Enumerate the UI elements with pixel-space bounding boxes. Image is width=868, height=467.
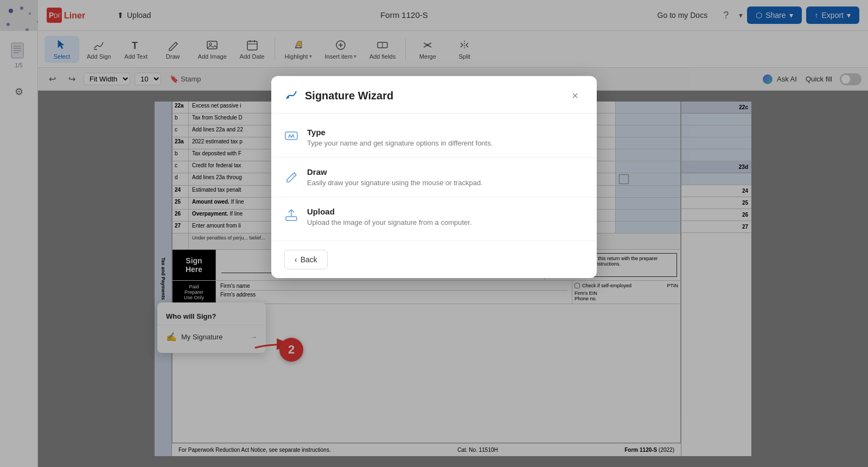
- dialog-wizard-icon: [284, 87, 298, 104]
- dialog-footer: ‹ Back: [271, 241, 597, 278]
- close-icon: ×: [572, 90, 578, 102]
- draw-option-desc: Easily draw your signature using the mou…: [307, 179, 483, 187]
- dialog-close-button[interactable]: ×: [566, 87, 584, 104]
- type-option-desc: Type your name and get signature options…: [307, 139, 493, 147]
- signature-wizard-dialog: Signature Wizard × Type Type your name a…: [271, 76, 597, 278]
- dialog-overlay: Signature Wizard × Type Type your name a…: [0, 0, 868, 467]
- upload-option-title: Upload: [307, 207, 472, 216]
- upload-option-content: Upload Upload the image of your signatur…: [307, 207, 472, 226]
- dialog-body: Type Type your name and get signature op…: [271, 113, 597, 241]
- svg-rect-40: [285, 132, 297, 140]
- upload-sig-icon: [284, 208, 298, 225]
- draw-option-title: Draw: [307, 167, 483, 176]
- upload-signature-option[interactable]: Upload Upload the image of your signatur…: [271, 197, 597, 236]
- dialog-title: Signature Wizard: [305, 90, 393, 102]
- draw-sig-icon: [284, 168, 298, 186]
- back-icon: ‹: [295, 255, 297, 264]
- type-icon: [284, 129, 298, 146]
- draw-signature-option[interactable]: Draw Easily draw your signature using th…: [271, 157, 597, 197]
- upload-option-desc: Upload the image of your signature from …: [307, 218, 472, 226]
- svg-rect-41: [286, 217, 297, 220]
- draw-option-content: Draw Easily draw your signature using th…: [307, 167, 483, 187]
- type-option-content: Type Type your name and get signature op…: [307, 128, 493, 147]
- type-signature-option[interactable]: Type Type your name and get signature op…: [271, 118, 597, 157]
- type-option-title: Type: [307, 128, 493, 137]
- back-button[interactable]: ‹ Back: [284, 250, 328, 269]
- svg-point-39: [287, 96, 289, 98]
- back-label: Back: [301, 255, 317, 264]
- dialog-header: Signature Wizard ×: [271, 76, 597, 113]
